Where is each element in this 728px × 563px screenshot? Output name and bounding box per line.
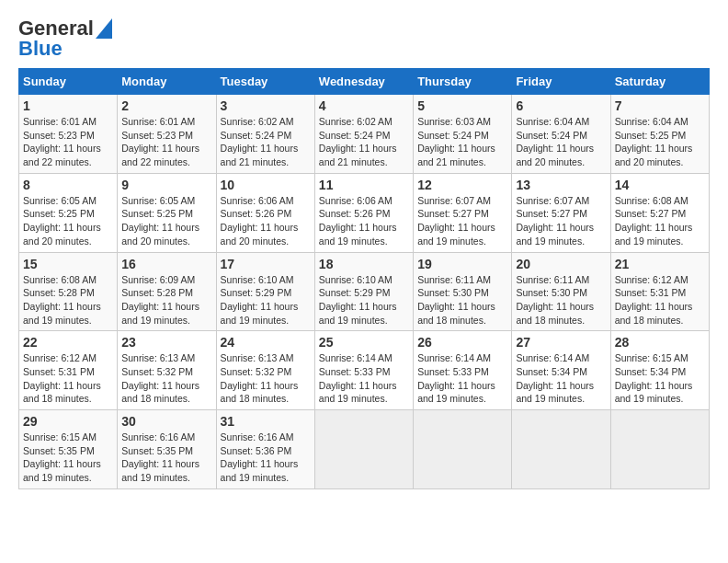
day-info: Sunrise: 6:02 AMSunset: 5:24 PMDaylight:… <box>221 115 311 169</box>
day-number: 24 <box>221 335 311 350</box>
day-number: 22 <box>23 335 113 350</box>
calendar-week-row: 29 Sunrise: 6:15 AMSunset: 5:35 PMDaylig… <box>19 410 710 489</box>
calendar-table: SundayMondayTuesdayWednesdayThursdayFrid… <box>18 68 710 489</box>
day-number: 1 <box>23 98 113 113</box>
calendar-day-cell: 15 Sunrise: 6:08 AMSunset: 5:28 PMDaylig… <box>19 252 118 331</box>
day-number: 15 <box>23 257 113 271</box>
day-info: Sunrise: 6:03 AMSunset: 5:24 PMDaylight:… <box>417 115 507 169</box>
day-number: 11 <box>319 178 409 192</box>
calendar-day-cell: 3 Sunrise: 6:02 AMSunset: 5:24 PMDayligh… <box>216 95 314 174</box>
calendar-day-cell: 27 Sunrise: 6:14 AMSunset: 5:34 PMDaylig… <box>512 331 610 410</box>
day-number: 18 <box>319 257 409 271</box>
calendar-header-row: SundayMondayTuesdayWednesdayThursdayFrid… <box>19 69 710 95</box>
day-number: 26 <box>417 335 507 350</box>
calendar-day-cell: 18 Sunrise: 6:10 AMSunset: 5:29 PMDaylig… <box>314 252 413 331</box>
day-info: Sunrise: 6:11 AMSunset: 5:30 PMDaylight:… <box>417 273 507 327</box>
day-info: Sunrise: 6:01 AMSunset: 5:23 PMDaylight:… <box>121 115 211 169</box>
calendar-day-cell: 23 Sunrise: 6:13 AMSunset: 5:32 PMDaylig… <box>118 331 216 410</box>
calendar-day-cell: 1 Sunrise: 6:01 AMSunset: 5:23 PMDayligh… <box>19 95 118 174</box>
day-info: Sunrise: 6:14 AMSunset: 5:33 PMDaylight:… <box>319 351 409 406</box>
day-info: Sunrise: 6:01 AMSunset: 5:23 PMDaylight:… <box>23 115 113 169</box>
day-info: Sunrise: 6:05 AMSunset: 5:25 PMDaylight:… <box>121 194 211 248</box>
calendar-day-cell: 31 Sunrise: 6:16 AMSunset: 5:36 PMDaylig… <box>216 410 314 489</box>
calendar-day-cell: 9 Sunrise: 6:05 AMSunset: 5:25 PMDayligh… <box>118 173 216 252</box>
day-number: 3 <box>221 98 311 113</box>
day-info: Sunrise: 6:15 AMSunset: 5:34 PMDaylight:… <box>615 351 705 406</box>
day-number: 28 <box>615 335 705 350</box>
calendar-day-cell: 14 Sunrise: 6:08 AMSunset: 5:27 PMDaylig… <box>610 173 709 252</box>
day-number: 29 <box>23 414 113 429</box>
weekday-header: Thursday <box>414 69 512 95</box>
day-info: Sunrise: 6:16 AMSunset: 5:36 PMDaylight:… <box>221 431 311 485</box>
calendar-day-cell: 2 Sunrise: 6:01 AMSunset: 5:23 PMDayligh… <box>118 95 216 174</box>
calendar-day-cell: 5 Sunrise: 6:03 AMSunset: 5:24 PMDayligh… <box>414 95 512 174</box>
day-number: 21 <box>615 257 705 271</box>
empty-day-cell <box>512 410 610 489</box>
calendar-week-row: 22 Sunrise: 6:12 AMSunset: 5:31 PMDaylig… <box>19 331 710 410</box>
day-number: 4 <box>319 98 409 113</box>
weekday-header: Tuesday <box>216 69 314 95</box>
weekday-header: Monday <box>118 69 216 95</box>
calendar-day-cell: 11 Sunrise: 6:06 AMSunset: 5:26 PMDaylig… <box>314 173 413 252</box>
logo-triangle-icon <box>96 18 112 39</box>
day-info: Sunrise: 6:09 AMSunset: 5:28 PMDaylight:… <box>121 273 211 327</box>
day-info: Sunrise: 6:13 AMSunset: 5:32 PMDaylight:… <box>121 351 211 406</box>
day-number: 8 <box>23 178 113 192</box>
calendar-day-cell: 7 Sunrise: 6:04 AMSunset: 5:25 PMDayligh… <box>610 95 709 174</box>
day-info: Sunrise: 6:15 AMSunset: 5:35 PMDaylight:… <box>23 431 113 485</box>
day-info: Sunrise: 6:10 AMSunset: 5:29 PMDaylight:… <box>221 273 311 327</box>
calendar-day-cell: 21 Sunrise: 6:12 AMSunset: 5:31 PMDaylig… <box>610 252 709 331</box>
calendar-week-row: 8 Sunrise: 6:05 AMSunset: 5:25 PMDayligh… <box>19 173 710 252</box>
day-number: 14 <box>615 178 705 192</box>
calendar-day-cell: 28 Sunrise: 6:15 AMSunset: 5:34 PMDaylig… <box>610 331 709 410</box>
weekday-header: Saturday <box>610 69 709 95</box>
empty-day-cell <box>314 410 413 489</box>
day-info: Sunrise: 6:14 AMSunset: 5:33 PMDaylight:… <box>417 351 507 406</box>
day-info: Sunrise: 6:11 AMSunset: 5:30 PMDaylight:… <box>516 273 606 327</box>
calendar-day-cell: 22 Sunrise: 6:12 AMSunset: 5:31 PMDaylig… <box>19 331 118 410</box>
day-info: Sunrise: 6:06 AMSunset: 5:26 PMDaylight:… <box>221 194 311 248</box>
calendar-day-cell: 25 Sunrise: 6:14 AMSunset: 5:33 PMDaylig… <box>314 331 413 410</box>
day-number: 9 <box>121 178 211 192</box>
logo-general: General <box>18 18 94 39</box>
day-info: Sunrise: 6:02 AMSunset: 5:24 PMDaylight:… <box>319 115 409 169</box>
logo: General Blue <box>18 18 112 59</box>
day-info: Sunrise: 6:07 AMSunset: 5:27 PMDaylight:… <box>417 194 507 248</box>
day-number: 13 <box>516 178 606 192</box>
day-info: Sunrise: 6:12 AMSunset: 5:31 PMDaylight:… <box>615 273 705 327</box>
day-number: 19 <box>417 257 507 271</box>
day-info: Sunrise: 6:12 AMSunset: 5:31 PMDaylight:… <box>23 351 113 406</box>
day-number: 5 <box>417 98 507 113</box>
calendar-week-row: 15 Sunrise: 6:08 AMSunset: 5:28 PMDaylig… <box>19 252 710 331</box>
calendar-day-cell: 12 Sunrise: 6:07 AMSunset: 5:27 PMDaylig… <box>414 173 512 252</box>
calendar-day-cell: 29 Sunrise: 6:15 AMSunset: 5:35 PMDaylig… <box>19 410 118 489</box>
day-info: Sunrise: 6:13 AMSunset: 5:32 PMDaylight:… <box>221 351 311 406</box>
calendar-day-cell: 8 Sunrise: 6:05 AMSunset: 5:25 PMDayligh… <box>19 173 118 252</box>
calendar-day-cell: 16 Sunrise: 6:09 AMSunset: 5:28 PMDaylig… <box>118 252 216 331</box>
calendar-day-cell: 19 Sunrise: 6:11 AMSunset: 5:30 PMDaylig… <box>414 252 512 331</box>
empty-day-cell <box>414 410 512 489</box>
day-number: 6 <box>516 98 606 113</box>
calendar-day-cell: 13 Sunrise: 6:07 AMSunset: 5:27 PMDaylig… <box>512 173 610 252</box>
day-info: Sunrise: 6:07 AMSunset: 5:27 PMDaylight:… <box>516 194 606 248</box>
calendar-day-cell: 24 Sunrise: 6:13 AMSunset: 5:32 PMDaylig… <box>216 331 314 410</box>
day-number: 31 <box>221 414 311 429</box>
calendar-day-cell: 4 Sunrise: 6:02 AMSunset: 5:24 PMDayligh… <box>314 95 413 174</box>
page-header: General Blue <box>18 18 710 59</box>
weekday-header: Sunday <box>19 69 118 95</box>
day-number: 27 <box>516 335 606 350</box>
day-info: Sunrise: 6:05 AMSunset: 5:25 PMDaylight:… <box>23 194 113 248</box>
calendar-day-cell: 20 Sunrise: 6:11 AMSunset: 5:30 PMDaylig… <box>512 252 610 331</box>
day-info: Sunrise: 6:08 AMSunset: 5:27 PMDaylight:… <box>615 194 705 248</box>
logo-blue: Blue <box>18 39 63 59</box>
day-number: 7 <box>615 98 705 113</box>
weekday-header: Friday <box>512 69 610 95</box>
calendar-day-cell: 17 Sunrise: 6:10 AMSunset: 5:29 PMDaylig… <box>216 252 314 331</box>
day-number: 30 <box>121 414 211 429</box>
calendar-day-cell: 26 Sunrise: 6:14 AMSunset: 5:33 PMDaylig… <box>414 331 512 410</box>
calendar-day-cell: 10 Sunrise: 6:06 AMSunset: 5:26 PMDaylig… <box>216 173 314 252</box>
day-info: Sunrise: 6:14 AMSunset: 5:34 PMDaylight:… <box>516 351 606 406</box>
weekday-header: Wednesday <box>314 69 413 95</box>
calendar-day-cell: 6 Sunrise: 6:04 AMSunset: 5:24 PMDayligh… <box>512 95 610 174</box>
day-number: 23 <box>121 335 211 350</box>
